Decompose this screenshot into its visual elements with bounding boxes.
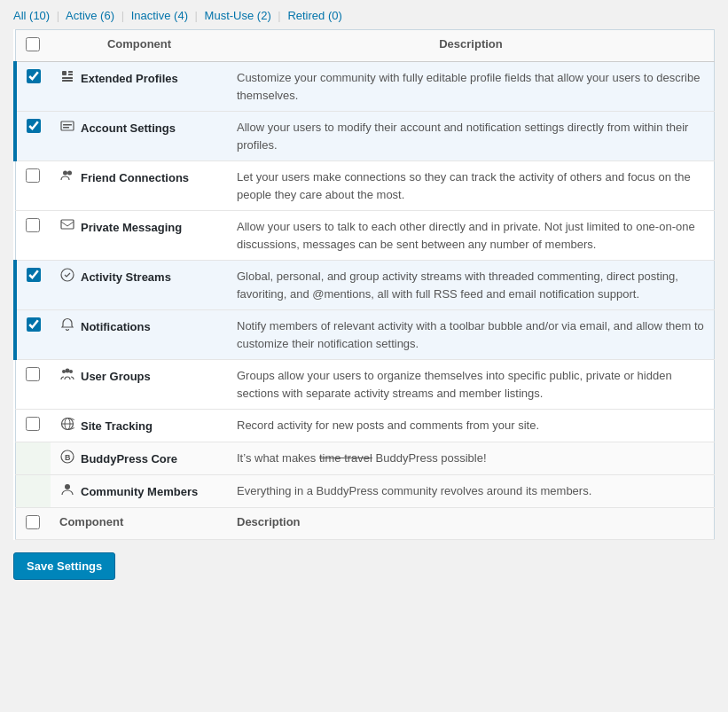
description-text-notifications: Notify members of relevant activity with… [237, 317, 705, 352]
svg-point-14 [66, 369, 70, 373]
description-text-site-tracking: Record activity for new posts and commen… [237, 417, 705, 434]
component-label-account-settings: Account Settings [81, 121, 176, 135]
svg-rect-7 [63, 127, 69, 129]
component-label-community-members: Community Members [81, 485, 198, 498]
description-cell-community-members: Everything in a BuddyPress community rev… [228, 475, 715, 508]
checkbox-cell-site-tracking[interactable] [15, 410, 51, 442]
checkbox-cell-activity-streams[interactable] [15, 261, 51, 310]
component-cell-friend-connections: Friend Connections [51, 161, 228, 211]
checkbox-activity-streams[interactable] [27, 268, 41, 282]
svg-rect-3 [62, 77, 73, 79]
filter-retired[interactable]: Retired (0) [287, 9, 341, 22]
table-footer-row: Component Description [15, 508, 715, 540]
checkbox-cell-extended-profiles[interactable] [15, 62, 51, 112]
table-row: Extended ProfilesCustomize your communit… [15, 62, 715, 112]
check-all-checkbox[interactable] [26, 37, 40, 51]
activity-streams-icon [59, 268, 75, 286]
extended-profiles-icon [59, 69, 75, 87]
checkbox-cell-notifications[interactable] [15, 310, 51, 360]
description-text-private-messaging: Allow your users to talk to each other d… [237, 218, 705, 253]
description-header: Description [228, 30, 715, 62]
buddypress-core-icon: B [59, 450, 75, 467]
user-groups-icon [59, 367, 75, 385]
separator: | [195, 9, 198, 22]
description-text-community-members: Everything in a BuddyPress community rev… [237, 482, 705, 500]
table-row: BBuddyPress CoreIt’s what makes time tra… [15, 442, 715, 475]
component-name-buddypress-core: BBuddyPress Core [59, 450, 219, 467]
checkbox-notifications[interactable] [27, 317, 41, 332]
component-name-friend-connections: Friend Connections [59, 168, 219, 186]
component-cell-notifications: Notifications [51, 310, 228, 360]
component-label-site-tracking: Site Tracking [81, 419, 153, 433]
description-cell-account-settings: Allow your users to modify their account… [228, 112, 715, 161]
svg-text:B: B [65, 453, 71, 462]
svg-point-9 [67, 171, 72, 176]
description-cell-site-tracking: Record activity for new posts and commen… [228, 410, 715, 442]
private-messaging-icon [59, 218, 75, 236]
component-name-site-tracking: Site Tracking [59, 417, 219, 434]
svg-point-19 [65, 484, 70, 489]
notifications-icon [59, 317, 75, 335]
table-row: Private MessagingAllow your users to tal… [15, 211, 715, 261]
svg-point-13 [69, 370, 73, 373]
filter-all[interactable]: All (10) [13, 9, 50, 22]
filter-active[interactable]: Active (6) [66, 9, 114, 22]
component-cell-community-members: Community Members [51, 475, 228, 508]
checkbox-cell-community-members [15, 475, 51, 508]
component-label-extended-profiles: Extended Profiles [81, 72, 178, 85]
svg-rect-1 [68, 71, 73, 73]
table-row: Community MembersEverything in a BuddyPr… [15, 475, 715, 508]
description-cell-extended-profiles: Customize your community with fully edit… [228, 62, 715, 112]
description-text-extended-profiles: Customize your community with fully edit… [237, 69, 705, 104]
save-settings-button[interactable]: Save Settings [13, 552, 115, 580]
svg-rect-5 [61, 121, 74, 130]
component-name-private-messaging: Private Messaging [59, 218, 219, 236]
description-cell-user-groups: Groups allow your users to organize them… [228, 360, 715, 410]
component-name-extended-profiles: Extended Profiles [59, 69, 219, 87]
description-cell-buddypress-core: It’s what makes time travel BuddyPress p… [228, 442, 715, 475]
filter-bar: All (10) | Active (6) | Inactive (4) | M… [13, 9, 715, 22]
component-label-notifications: Notifications [81, 320, 151, 333]
component-name-notifications: Notifications [59, 317, 219, 335]
description-text-friend-connections: Let your users make connections so they … [237, 168, 705, 203]
checkbox-site-tracking[interactable] [26, 417, 40, 431]
filter-inactive[interactable]: Inactive (4) [131, 9, 188, 22]
svg-rect-0 [62, 71, 67, 75]
checkbox-cell-friend-connections[interactable] [15, 161, 51, 211]
component-label-friend-connections: Friend Connections [81, 171, 189, 184]
filter-mustuse[interactable]: Must-Use (2) [205, 9, 271, 22]
components-table: Component Description Extended ProfilesC… [13, 29, 715, 540]
svg-rect-10 [61, 220, 74, 229]
checkbox-cell-account-settings[interactable] [15, 112, 51, 161]
component-cell-activity-streams: Activity Streams [51, 261, 228, 310]
separator: | [57, 9, 59, 22]
svg-rect-2 [68, 74, 73, 75]
svg-rect-6 [63, 124, 72, 126]
checkbox-private-messaging[interactable] [26, 218, 40, 232]
component-label-activity-streams: Activity Streams [81, 270, 171, 284]
table-row: Site TrackingRecord activity for new pos… [15, 410, 715, 442]
checkbox-account-settings[interactable] [27, 119, 41, 133]
table-row: Friend ConnectionsLet your users make co… [15, 161, 715, 211]
description-cell-friend-connections: Let your users make connections so they … [228, 161, 715, 211]
component-name-activity-streams: Activity Streams [59, 268, 219, 286]
checkbox-cell-private-messaging[interactable] [15, 211, 51, 261]
separator: | [121, 9, 124, 22]
component-cell-buddypress-core: BBuddyPress Core [51, 442, 228, 475]
community-members-icon [59, 482, 75, 500]
description-cell-activity-streams: Global, personal, and group activity str… [228, 261, 715, 310]
checkbox-extended-profiles[interactable] [27, 69, 41, 83]
description-text-account-settings: Allow your users to modify their account… [237, 119, 705, 153]
footer-component-cell: Component [51, 508, 228, 540]
description-cell-private-messaging: Allow your users to talk to each other d… [228, 211, 715, 261]
description-text-buddypress-core: It’s what makes time travel BuddyPress p… [237, 450, 705, 467]
footer-description-cell: Description [228, 508, 715, 540]
component-label-buddypress-core: BuddyPress Core [81, 452, 177, 466]
checkbox-user-groups[interactable] [26, 367, 40, 381]
component-header: Component [51, 30, 228, 62]
checkbox-friend-connections[interactable] [26, 168, 40, 183]
component-cell-account-settings: Account Settings [51, 112, 228, 161]
svg-point-8 [63, 171, 67, 176]
footer-check-all[interactable] [26, 515, 40, 529]
checkbox-cell-user-groups[interactable] [15, 360, 51, 410]
